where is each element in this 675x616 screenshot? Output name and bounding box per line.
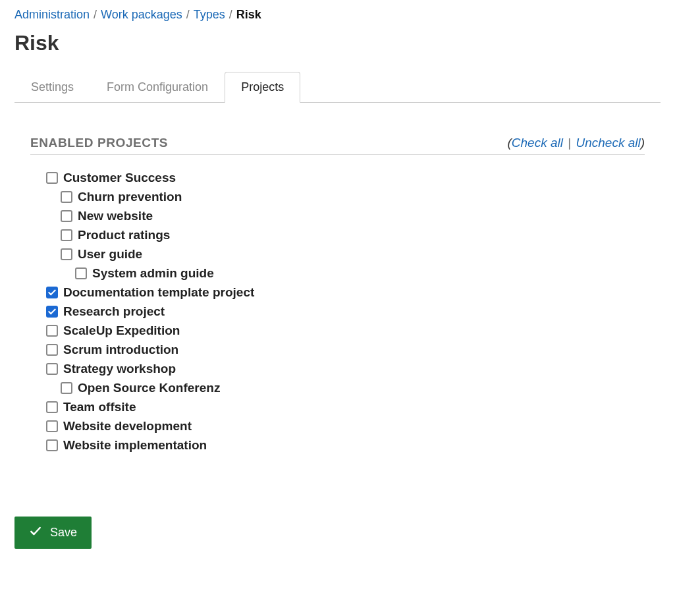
project-name: ScaleUp Expedition <box>63 323 180 338</box>
project-label[interactable]: Website implementation <box>46 438 207 453</box>
project-checkbox[interactable] <box>46 306 58 318</box>
section-header: Enabled Projects (Check all | Uncheck al… <box>30 136 645 155</box>
project-name: Churn prevention <box>78 190 182 204</box>
project-name: Open Source Konferenz <box>78 381 220 395</box>
project-name: User guide <box>78 247 142 262</box>
project-label[interactable]: Website development <box>46 419 192 434</box>
project-item: Open Source Konferenz <box>61 381 661 397</box>
tab-form-configuration[interactable]: Form Configuration <box>90 72 225 103</box>
project-name: Website implementation <box>63 438 207 453</box>
project-checkbox[interactable] <box>61 248 72 260</box>
breadcrumb-link[interactable]: Administration <box>14 8 90 21</box>
projects-tree: Customer SuccessChurn preventionNew webs… <box>46 171 661 455</box>
project-item: Customer SuccessChurn preventionNew webs… <box>46 171 661 283</box>
project-name: Strategy workshop <box>63 362 176 376</box>
breadcrumb-separator: / <box>186 8 190 21</box>
project-label[interactable]: Strategy workshop <box>46 362 176 376</box>
project-name: Scrum introduction <box>63 343 178 357</box>
tab-settings[interactable]: Settings <box>14 72 90 103</box>
project-name: New website <box>78 209 153 223</box>
project-checkbox[interactable] <box>75 267 87 279</box>
project-item: Website development <box>46 419 661 435</box>
project-label[interactable]: Churn prevention <box>61 190 182 204</box>
checkmark-icon <box>29 524 42 541</box>
project-item: Strategy workshopOpen Source Konferenz <box>46 362 661 397</box>
project-item: System admin guide <box>75 266 661 283</box>
project-label[interactable]: Documentation template project <box>46 285 254 300</box>
project-item: Team offsite <box>46 400 661 416</box>
project-checkbox[interactable] <box>61 382 72 394</box>
bulk-actions: (Check all | Uncheck all) <box>507 136 645 150</box>
save-button[interactable]: Save <box>14 517 92 549</box>
project-name: Documentation template project <box>63 285 254 300</box>
project-checkbox[interactable] <box>46 401 58 413</box>
project-label[interactable]: User guide <box>61 247 142 262</box>
section-title: Enabled Projects <box>30 136 168 150</box>
project-item: Website implementation <box>46 438 661 455</box>
breadcrumb: Administration/Work packages/Types/Risk <box>14 8 661 22</box>
page-title: Risk <box>14 31 661 55</box>
project-item: ScaleUp Expedition <box>46 323 661 340</box>
project-label[interactable]: Customer Success <box>46 171 176 185</box>
project-label[interactable]: Open Source Konferenz <box>61 381 220 395</box>
project-checkbox[interactable] <box>61 229 72 241</box>
project-item: New website <box>61 209 661 225</box>
breadcrumb-link[interactable]: Types <box>194 8 225 21</box>
project-checkbox[interactable] <box>61 210 72 222</box>
project-checkbox[interactable] <box>46 172 58 184</box>
project-checkbox[interactable] <box>46 325 58 337</box>
project-name: Customer Success <box>63 171 176 185</box>
project-checkbox[interactable] <box>46 420 58 432</box>
breadcrumb-current: Risk <box>236 8 261 21</box>
project-item: Churn prevention <box>61 190 661 206</box>
save-button-label: Save <box>50 526 77 540</box>
tab-projects[interactable]: Projects <box>225 72 300 103</box>
project-label[interactable]: Product ratings <box>61 228 170 242</box>
tabs: SettingsForm ConfigurationProjects <box>14 71 661 103</box>
project-checkbox[interactable] <box>61 191 72 203</box>
project-checkbox[interactable] <box>46 363 58 375</box>
check-all-link[interactable]: Check all <box>512 136 563 150</box>
project-checkbox[interactable] <box>46 439 58 451</box>
project-label[interactable]: Research project <box>46 304 165 319</box>
project-name: Research project <box>63 304 165 319</box>
breadcrumb-separator: / <box>229 8 232 21</box>
project-item: Scrum introduction <box>46 343 661 359</box>
project-label[interactable]: Scrum introduction <box>46 343 178 357</box>
uncheck-all-link[interactable]: Uncheck all <box>576 136 640 150</box>
project-label[interactable]: System admin guide <box>75 266 214 281</box>
project-item: Research project <box>46 304 661 321</box>
project-item: Product ratings <box>61 228 661 244</box>
project-label[interactable]: ScaleUp Expedition <box>46 323 180 338</box>
project-checkbox[interactable] <box>46 287 58 298</box>
project-name: Team offsite <box>63 400 136 414</box>
project-label[interactable]: New website <box>61 209 153 223</box>
project-item: User guideSystem admin guide <box>61 247 661 283</box>
project-checkbox[interactable] <box>46 344 58 356</box>
project-name: Product ratings <box>78 228 170 242</box>
breadcrumb-separator: / <box>94 8 97 21</box>
project-name: Website development <box>63 419 192 434</box>
project-label[interactable]: Team offsite <box>46 400 136 414</box>
project-item: Documentation template project <box>46 285 661 302</box>
breadcrumb-link[interactable]: Work packages <box>101 8 182 21</box>
project-name: System admin guide <box>92 266 214 281</box>
